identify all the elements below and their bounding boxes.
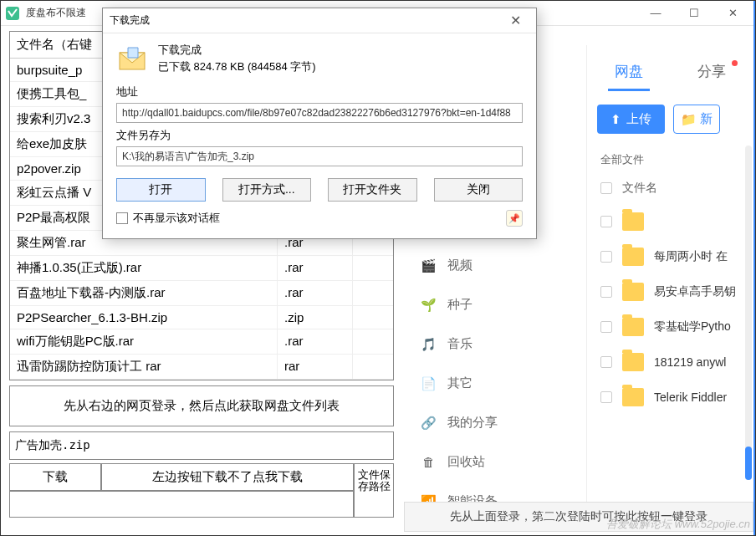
video-icon: 🎬 xyxy=(421,258,436,273)
seed-icon: 🌱 xyxy=(421,298,436,313)
table-row[interactable]: P2PSearcher_6.1.3-BH.zip.zip xyxy=(10,306,393,329)
alt-download-button[interactable]: 左边按钮下载不了点我下载 xyxy=(101,463,354,491)
cat-music[interactable]: 🎵音乐 xyxy=(404,324,571,364)
envelope-icon xyxy=(116,43,148,74)
other-icon: 📄 xyxy=(421,376,436,391)
cat-video[interactable]: 🎬视频 xyxy=(404,246,571,285)
hint-bar[interactable]: 先从右边的网页登录，然后点此获取网盘文件列表 xyxy=(9,385,394,426)
list-item[interactable]: 每周两小时 在 xyxy=(587,239,753,274)
folder-icon xyxy=(622,248,644,266)
folder-icon xyxy=(622,212,644,231)
table-row[interactable]: 百盘地址下载器-内测版.rar.rar xyxy=(10,281,393,306)
folder-icon xyxy=(622,388,644,406)
table-row[interactable]: 迅雷防踢防控防顶计工 rarrar xyxy=(10,355,393,380)
saveas-field[interactable] xyxy=(116,146,523,166)
dialog-title: 下载完成 xyxy=(110,13,150,28)
dialog-close-button[interactable]: ✕ xyxy=(502,13,529,28)
new-folder-icon: 📁 xyxy=(681,112,697,127)
scrollbar-thumb[interactable] xyxy=(745,447,752,480)
netdisk-header: 文件名 xyxy=(587,172,753,204)
saveas-label: 文件另存为 xyxy=(116,128,523,143)
pin-button[interactable]: 📌 xyxy=(506,210,523,227)
cat-share[interactable]: 🔗我的分享 xyxy=(404,403,571,442)
close-button[interactable]: ✕ xyxy=(713,1,752,26)
row-checkbox[interactable] xyxy=(600,286,612,298)
list-item[interactable]: 易安卓高手易钥 xyxy=(587,274,753,309)
dialog-close-btn[interactable]: 关闭 xyxy=(434,178,524,202)
maximize-button[interactable]: ☐ xyxy=(675,1,713,26)
folder-icon xyxy=(622,283,644,301)
music-icon: 🎵 xyxy=(421,337,436,352)
url-field[interactable] xyxy=(116,103,523,123)
all-files-label[interactable]: 全部文件 xyxy=(587,147,753,172)
trash-icon: 🗑 xyxy=(421,455,436,469)
cat-torrent[interactable]: 🌱种子 xyxy=(404,285,571,324)
list-item[interactable]: 181219 anywl xyxy=(587,345,753,380)
upload-icon: ⬆ xyxy=(610,112,621,127)
row-checkbox[interactable] xyxy=(600,251,612,263)
tab-share[interactable]: 分享 xyxy=(691,57,733,91)
right-tabs: 网盘 分享 xyxy=(587,45,753,91)
watermark: 吾爱破解论坛 www.52pojie.cn xyxy=(606,517,750,532)
cat-trash[interactable]: 🗑回收站 xyxy=(404,442,571,482)
download-button[interactable]: 下载 xyxy=(9,463,101,491)
window-title: 度盘布不限速 xyxy=(26,6,86,20)
row-checkbox[interactable] xyxy=(600,391,612,403)
open-button[interactable]: 打开 xyxy=(116,178,206,202)
upload-button[interactable]: ⬆上传 xyxy=(597,105,665,134)
right-panel: 网盘 分享 ⬆上传 📁新 全部文件 文件名 每周两小时 在 易安卓高手易钥 零基… xyxy=(586,45,753,530)
dialog-titlebar[interactable]: 下载完成 ✕ xyxy=(103,8,536,33)
row-checkbox[interactable] xyxy=(600,356,612,368)
download-complete-dialog: 下载完成 ✕ 下载完成 已下载 824.78 KB (844584 字节) 地址… xyxy=(102,8,537,239)
url-label: 地址 xyxy=(116,84,523,100)
row-checkbox[interactable] xyxy=(600,321,612,333)
folder-icon xyxy=(622,353,644,371)
dialog-head-title: 下载完成 xyxy=(158,42,316,59)
notification-dot-icon xyxy=(732,60,738,66)
dont-show-again[interactable]: 不再显示该对话框 xyxy=(116,211,220,226)
path-display[interactable] xyxy=(9,491,354,518)
minimize-button[interactable]: — xyxy=(636,1,675,26)
share-icon: 🔗 xyxy=(421,416,436,431)
app-icon xyxy=(4,5,21,22)
svg-marker-3 xyxy=(128,48,138,58)
dialog-head-sub: 已下载 824.78 KB (844584 字节) xyxy=(158,59,316,75)
list-item[interactable]: 零基础学Pytho xyxy=(587,309,753,345)
checkbox-icon[interactable] xyxy=(116,212,128,224)
list-item[interactable]: Telerik Fiddler xyxy=(587,380,753,415)
row-checkbox[interactable] xyxy=(600,216,612,227)
select-all-checkbox[interactable] xyxy=(600,182,612,194)
tab-netdisk[interactable]: 网盘 xyxy=(608,57,650,91)
new-button[interactable]: 📁新 xyxy=(673,105,720,134)
outer-scrollbar[interactable] xyxy=(753,1,755,535)
cat-other[interactable]: 📄其它 xyxy=(404,364,571,403)
table-row[interactable]: wifi万能钥匙PC版.rar.rar xyxy=(10,329,393,355)
open-folder-button[interactable]: 打开文件夹 xyxy=(328,178,417,202)
open-with-button[interactable]: 打开方式... xyxy=(222,178,312,202)
save-path-button[interactable]: 文件保存路径 xyxy=(354,463,394,518)
list-item[interactable] xyxy=(587,204,753,239)
folder-icon xyxy=(622,318,644,336)
table-row[interactable]: 神播1.0.35(正式版).rar.rar xyxy=(10,256,393,281)
scrollbar[interactable] xyxy=(745,145,752,480)
filename-input[interactable] xyxy=(9,431,394,460)
